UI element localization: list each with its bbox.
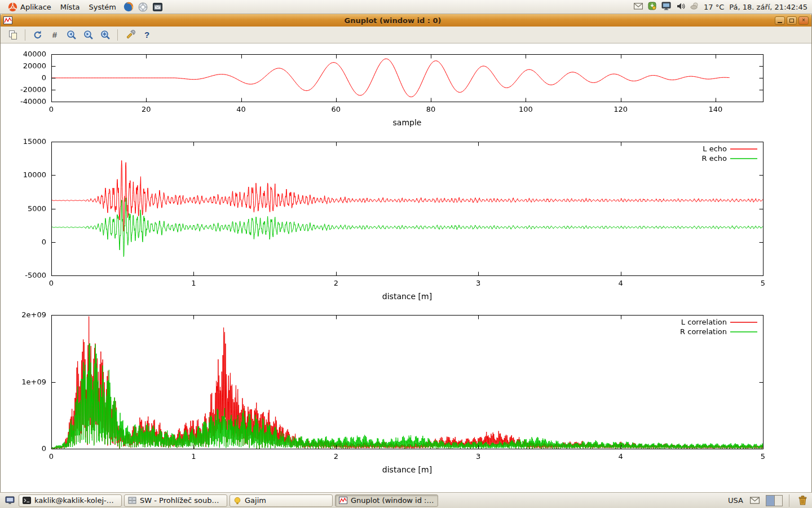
- minimize-icon: [778, 22, 782, 23]
- taskbar-button-gnuplot[interactable]: Gnuplot (window id : 0): [335, 494, 438, 507]
- ubuntu-logo-icon: [8, 2, 17, 12]
- updates-icon[interactable]: [648, 2, 656, 12]
- taskbar-status-area: USA: [728, 494, 809, 507]
- help-question-icon: ?: [144, 30, 149, 40]
- mail-applet-icon: [750, 497, 760, 504]
- toolbar-separator: [117, 29, 118, 41]
- top-panel: Aplikace Místa Systém: [0, 0, 812, 14]
- toolbar-separator: [25, 29, 25, 41]
- wrench-icon: [125, 30, 135, 40]
- help-icon: [138, 2, 148, 12]
- display-icon[interactable]: [661, 2, 671, 12]
- help-launcher[interactable]: [136, 0, 150, 14]
- temperature-label[interactable]: 17 °C: [704, 3, 724, 11]
- menu-mista-label: Místa: [60, 3, 80, 11]
- copy-icon: [8, 30, 18, 40]
- copy-button[interactable]: [5, 28, 20, 42]
- gnuplot-plot-canvas[interactable]: [1, 43, 811, 492]
- workspace-cell[interactable]: [775, 496, 783, 506]
- taskbar: kaklik@kaklik-kolej-u... SW - Prohlížeč …: [0, 492, 812, 508]
- show-desktop-button[interactable]: [3, 494, 16, 507]
- workspace-cell[interactable]: [766, 496, 775, 506]
- grid-button[interactable]: #: [47, 28, 62, 42]
- taskbar-button-label: kaklik@kaklik-kolej-u...: [34, 496, 118, 505]
- firefox-icon: [123, 2, 134, 12]
- maximize-icon: [789, 19, 794, 23]
- window-toolbar: #: [1, 27, 811, 43]
- mail-client-launcher[interactable]: [151, 0, 165, 14]
- grid-icon: #: [52, 30, 56, 40]
- trash-icon: [798, 496, 807, 505]
- gnuplot-window: Gnuplot (window id : 0) ×: [0, 14, 812, 492]
- help-button[interactable]: ?: [139, 28, 155, 42]
- volume-icon[interactable]: [676, 2, 685, 12]
- autoscale-button[interactable]: [98, 28, 113, 42]
- gnuplot-icon: [339, 497, 347, 504]
- autoscale-icon: [100, 29, 111, 40]
- taskbar-separator: [789, 494, 789, 507]
- file-manager-icon: [128, 497, 136, 504]
- show-desktop-icon: [5, 496, 15, 505]
- desktop: Aplikace Místa Systém: [0, 0, 812, 508]
- window-controls: ×: [773, 16, 809, 25]
- plot-area: [1, 43, 811, 492]
- window-titlebar[interactable]: Gnuplot (window id : 0) ×: [1, 14, 811, 27]
- taskbar-button-terminal[interactable]: kaklik@kaklik-kolej-u...: [19, 494, 122, 507]
- gajim-icon: [233, 497, 241, 505]
- zoom-next-button[interactable]: [81, 28, 96, 42]
- close-icon: ×: [802, 17, 805, 23]
- weather-icon[interactable]: [690, 2, 699, 12]
- minimize-button[interactable]: [775, 16, 785, 25]
- taskbar-button-file-manager[interactable]: SW - Prohlížeč souborů: [124, 494, 227, 507]
- taskbar-button-gajim[interactable]: Gajim: [230, 494, 333, 507]
- zoom-previous-button[interactable]: [64, 28, 79, 42]
- menu-system-label: Systém: [89, 3, 116, 11]
- keyboard-layout-indicator[interactable]: USA: [728, 496, 743, 505]
- zoom-previous-icon: [66, 29, 77, 40]
- close-button[interactable]: ×: [798, 16, 809, 25]
- terminal-icon: [23, 497, 31, 504]
- menu-aplikace[interactable]: Aplikace: [3, 0, 56, 14]
- panel-status-area: 17 °C Pá, 18. září, 21:42:45: [634, 0, 809, 14]
- zoom-next-icon: [83, 29, 94, 40]
- replot-button[interactable]: [30, 28, 45, 42]
- configure-button[interactable]: [122, 28, 138, 42]
- menu-aplikace-label: Aplikace: [20, 3, 51, 11]
- panel-menu-group: Aplikace Místa Systém: [3, 0, 165, 14]
- trash-button[interactable]: [796, 494, 809, 507]
- window-title: Gnuplot (window id : 0): [12, 16, 773, 25]
- taskbar-button-label: SW - Prohlížeč souborů: [140, 496, 223, 505]
- firefox-launcher[interactable]: [122, 0, 135, 14]
- maximize-button[interactable]: [787, 16, 797, 25]
- replot-icon: [33, 30, 43, 40]
- taskbar-button-label: Gajim: [245, 496, 329, 505]
- taskbar-button-label: Gnuplot (window id : 0): [351, 496, 434, 505]
- mail-notification-icon[interactable]: [634, 3, 643, 11]
- gnuplot-window-icon: [3, 16, 12, 24]
- menu-system[interactable]: Systém: [84, 0, 120, 14]
- menu-mista[interactable]: Místa: [56, 0, 85, 14]
- mail-applet-button[interactable]: [748, 494, 761, 507]
- workspace-switcher[interactable]: [766, 495, 783, 506]
- mail-client-icon: [153, 2, 162, 12]
- clock-label[interactable]: Pá, 18. září, 21:42:45: [729, 3, 807, 11]
